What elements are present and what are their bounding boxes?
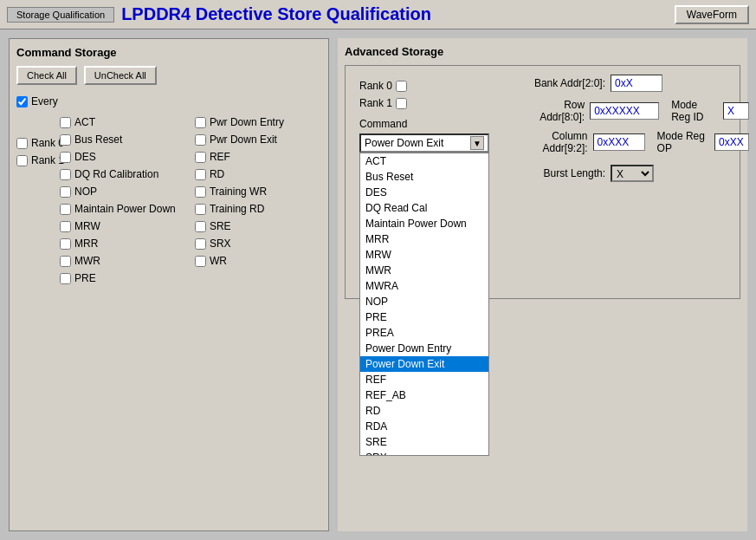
pre-checkbox[interactable] — [60, 273, 71, 284]
srx-item: SRX — [195, 236, 321, 251]
command-section: Command Power Down Exit ▼ ACTBus ResetDE… — [359, 118, 489, 153]
nop-item: NOP — [60, 184, 195, 199]
sre-item: SRE — [195, 218, 321, 234]
rank1-adv-checkbox[interactable] — [396, 98, 407, 109]
dropdown-item[interactable]: DQ Read Cal — [360, 200, 488, 216]
advanced-storage-panel: Advanced Storage Rank 0 Rank 1 Command P — [338, 38, 747, 531]
command-dropdown[interactable]: Power Down Exit ▼ — [359, 133, 489, 153]
burst-label: Burst Length: — [519, 167, 605, 179]
pwr-down-exit-checkbox[interactable] — [195, 134, 206, 146]
rank-section: Rank 0 Rank 1 — [359, 80, 407, 109]
rank1-item: Rank 1 — [16, 153, 60, 168]
rd-checkbox[interactable] — [195, 169, 206, 180]
burst-length-select[interactable]: X 16 32 — [611, 165, 654, 182]
main-content: Command Storage Check All UnCheck All Ev… — [0, 29, 756, 540]
pre-item: PRE — [60, 270, 195, 286]
dropdown-item[interactable]: SRE — [360, 434, 488, 450]
rank-column: Rank 0 Rank 1 — [16, 114, 60, 286]
dropdown-arrow-icon[interactable]: ▼ — [470, 136, 484, 150]
dropdown-item[interactable]: PREA — [360, 325, 488, 341]
command-storage-panel: Command Storage Check All UnCheck All Ev… — [9, 38, 329, 531]
dropdown-item[interactable]: MRW — [360, 247, 488, 263]
rank0-item: Rank 0 — [16, 135, 60, 151]
maintain-power-down-checkbox[interactable] — [60, 204, 71, 215]
mrw-item: MRW — [60, 218, 195, 234]
sre-checkbox[interactable] — [195, 221, 206, 232]
rank0-adv-item: Rank 0 — [359, 80, 407, 92]
mwr-checkbox[interactable] — [60, 256, 71, 267]
rank1-checkbox[interactable] — [16, 155, 28, 166]
dropdown-item[interactable]: Power Down Exit — [360, 356, 488, 372]
mode-reg-id-label: Mode Reg ID — [671, 99, 718, 123]
dropdown-item[interactable]: PRE — [360, 309, 488, 325]
commands-grid: Rank 0 Rank 1 ACT Bus Reset DES DQ Rd Ca… — [16, 114, 321, 286]
waveform-button[interactable]: WaveForm — [675, 5, 749, 24]
training-rd-item: Training RD — [195, 201, 321, 217]
rank1-adv-label: Rank 1 — [359, 97, 392, 109]
row-addr-input[interactable] — [590, 102, 659, 120]
dropdown-item[interactable]: MWR — [360, 263, 488, 278]
command-storage-title: Command Storage — [16, 46, 321, 59]
training-wr-item: Training WR — [195, 184, 321, 199]
dropdown-item[interactable]: Bus Reset — [360, 169, 488, 185]
dropdown-item[interactable]: ACT — [360, 153, 488, 169]
row-addr-label: Row Addr[8:0]: — [519, 99, 585, 123]
mrr-item: MRR — [60, 236, 195, 251]
every-label: Every — [31, 95, 58, 107]
commands-col2: ACT Bus Reset DES DQ Rd Calibration NOP … — [60, 114, 195, 286]
dq-rd-cal-item: DQ Rd Calibration — [60, 166, 195, 182]
training-rd-checkbox[interactable] — [195, 204, 206, 215]
des-checkbox[interactable] — [60, 152, 71, 163]
rd-item: RD — [195, 166, 321, 182]
mrw-checkbox[interactable] — [60, 221, 71, 232]
dropdown-item[interactable]: RD — [360, 403, 488, 419]
dq-rd-cal-checkbox[interactable] — [60, 169, 71, 180]
dropdown-item[interactable]: NOP — [360, 294, 488, 309]
dropdown-item[interactable]: MWRA — [360, 278, 488, 294]
every-checkbox[interactable] — [16, 96, 28, 107]
dropdown-item[interactable]: REF — [360, 372, 488, 387]
ref-checkbox[interactable] — [195, 152, 206, 163]
bus-reset-checkbox[interactable] — [60, 134, 71, 146]
srx-checkbox[interactable] — [195, 238, 206, 250]
dropdown-item[interactable]: SRX — [360, 450, 488, 456]
commands-col3: Pwr Down Entry Pwr Down Exit REF RD Trai… — [195, 114, 321, 286]
dropdown-item[interactable]: RDA — [360, 419, 488, 434]
address-fields: Bank Addr[2:0]: Row Addr[8:0]: Mode Reg … — [519, 75, 749, 182]
act-item: ACT — [60, 114, 195, 130]
burst-row: Burst Length: X 16 32 — [519, 165, 749, 182]
mwr-item: MWR — [60, 253, 195, 269]
mode-reg-op-input[interactable] — [714, 133, 749, 151]
bank-addr-input[interactable] — [611, 75, 662, 92]
col-addr-row: Column Addr[9:2]: Mode Reg OP — [519, 130, 749, 154]
rank0-adv-checkbox[interactable] — [396, 81, 407, 92]
col-addr-input[interactable] — [593, 133, 645, 151]
act-checkbox[interactable] — [60, 117, 71, 128]
check-all-button[interactable]: Check All — [16, 66, 77, 85]
advanced-storage-title: Advanced Storage — [345, 45, 740, 58]
rank0-checkbox[interactable] — [16, 138, 28, 149]
bank-addr-label: Bank Addr[2:0]: — [519, 77, 605, 89]
dropdown-item[interactable]: MRR — [360, 231, 488, 247]
page-title: LPDDR4 Detective Store Qualification — [121, 4, 675, 24]
uncheck-all-button[interactable]: UnCheck All — [84, 66, 157, 85]
mode-reg-id-input[interactable] — [723, 102, 749, 120]
rank1-adv-item: Rank 1 — [359, 97, 407, 109]
storage-qualification-tab[interactable]: Storage Qualification — [7, 7, 114, 23]
wr-checkbox[interactable] — [195, 256, 206, 267]
nop-checkbox[interactable] — [60, 186, 71, 198]
dropdown-item[interactable]: DES — [360, 185, 488, 200]
dropdown-item[interactable]: REF_AB — [360, 387, 488, 403]
mrr-checkbox[interactable] — [60, 238, 71, 250]
command-label: Command — [359, 118, 489, 130]
training-wr-checkbox[interactable] — [195, 186, 206, 198]
wr-item: WR — [195, 253, 321, 269]
pwr-down-entry-item: Pwr Down Entry — [195, 114, 321, 130]
check-buttons-row: Check All UnCheck All — [16, 66, 321, 85]
maintain-power-down-item: Maintain Power Down — [60, 201, 195, 217]
dropdown-item[interactable]: Power Down Entry — [360, 341, 488, 356]
rank0-adv-label: Rank 0 — [359, 80, 392, 92]
command-dropdown-list[interactable]: ACTBus ResetDESDQ Read CalMaintain Power… — [359, 153, 489, 456]
pwr-down-entry-checkbox[interactable] — [195, 117, 206, 128]
dropdown-item[interactable]: Maintain Power Down — [360, 216, 488, 231]
